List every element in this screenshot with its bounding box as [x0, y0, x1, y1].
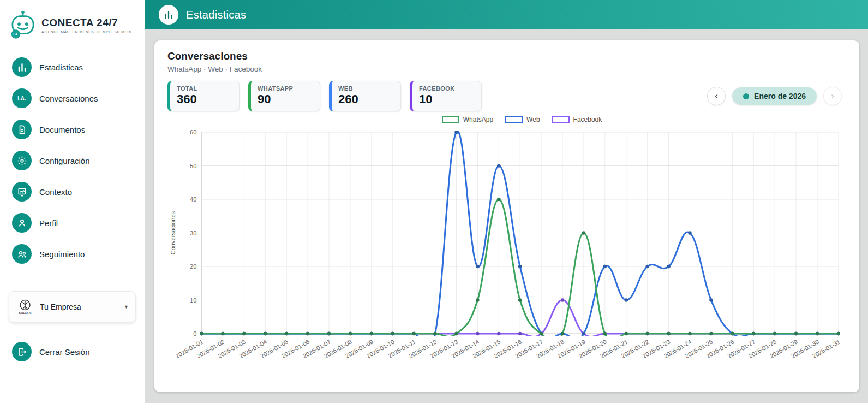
panel-title: Conversaciones	[167, 50, 846, 62]
prev-month-button[interactable]: ‹	[707, 87, 726, 105]
document-icon	[12, 120, 32, 139]
stat-value: 260	[338, 92, 393, 106]
bar-chart-icon	[12, 57, 32, 77]
content: Conversaciones WhatsApp · Web · Facebook…	[145, 29, 868, 403]
conversations-panel: Conversaciones WhatsApp · Web · Facebook…	[154, 40, 859, 392]
stat-value: 90	[258, 92, 312, 106]
svg-text:I.A.: I.A.	[13, 33, 19, 36]
stat-label: FACEBOOK	[419, 85, 474, 92]
legend-swatch	[442, 116, 459, 123]
sidebar-item-label: Documentos	[39, 125, 85, 134]
stat-label: TOTAL	[177, 85, 231, 92]
svg-text:10: 10	[190, 297, 196, 304]
stat-value: 360	[177, 92, 231, 106]
stat-card-facebook: FACEBOOK 10	[410, 81, 482, 111]
current-month-label: Enero de 2026	[754, 92, 806, 100]
svg-text:20: 20	[190, 263, 196, 270]
stat-card-whatsapp: WHATSAPP 90	[248, 81, 320, 111]
svg-text:50: 50	[190, 163, 196, 169]
kinext-ai-logo: KINEXT AI	[16, 298, 34, 316]
chart-area: WhatsAppWebFacebook 01020304050602026-01…	[167, 116, 846, 378]
main-area: Estadisticas Conversaciones WhatsApp · W…	[145, 0, 868, 403]
chevron-down-icon: ▼	[124, 304, 129, 310]
sidebar-item-contexto[interactable]: Contexto	[9, 179, 136, 204]
svg-text:Conversaciones: Conversaciones	[170, 211, 176, 254]
sidebar-item-label: Configuración	[39, 156, 90, 165]
brand-logo: I.A. CONECTA 24/7 ATIENDE MÁS, EN MENOS …	[9, 9, 136, 42]
sidebar-item-seguimiento[interactable]: Seguimiento	[9, 241, 136, 266]
company-name: Tu Empresa	[40, 303, 81, 311]
page-title: Estadisticas	[186, 9, 246, 21]
sidebar-item-label: Estadisticas	[39, 63, 83, 72]
sidebar-nav: Estadisticas I.A. Conversaciones Documen…	[9, 55, 136, 272]
sidebar-item-label: Seguimiento	[39, 250, 85, 259]
gear-icon	[12, 151, 32, 170]
sidebar-item-documentos[interactable]: Documentos	[9, 117, 136, 142]
brand-tagline: ATIENDE MÁS, EN MENOS TIEMPO. SIEMPRE.	[41, 30, 135, 34]
next-month-button[interactable]: ›	[823, 87, 842, 105]
legend-label: WhatsApp	[463, 116, 493, 123]
stat-value: 10	[419, 92, 474, 106]
sidebar-item-configuracion[interactable]: Configuración	[9, 148, 136, 173]
svg-text:40: 40	[190, 196, 196, 203]
robot-logo-icon: I.A.	[9, 9, 37, 42]
month-navigation: ‹ Enero de 2026 ›	[707, 87, 842, 105]
company-selector[interactable]: KINEXT AI Tu Empresa ▼	[9, 291, 136, 323]
legend-item-whatsapp[interactable]: WhatsApp	[442, 116, 493, 123]
stat-card-total: TOTAL 360	[167, 81, 240, 111]
logout-button[interactable]: Cerrar Sesión	[9, 339, 136, 364]
logout-label: Cerrar Sesión	[39, 347, 90, 357]
sidebar-item-label: Conversaciones	[39, 94, 98, 103]
page-header: Estadisticas	[145, 0, 868, 29]
sidebar-item-perfil[interactable]: Perfil	[9, 210, 136, 235]
logout-icon	[12, 342, 32, 361]
svg-text:KINEXT AI: KINEXT AI	[19, 312, 32, 315]
legend-item-web[interactable]: Web	[505, 116, 540, 123]
legend-item-facebook[interactable]: Facebook	[552, 116, 602, 123]
ia-icon: I.A.	[12, 88, 32, 108]
app: I.A. CONECTA 24/7 ATIENDE MÁS, EN MENOS …	[0, 0, 868, 403]
svg-text:0: 0	[193, 330, 196, 337]
svg-text:30: 30	[190, 230, 196, 236]
svg-text:60: 60	[190, 129, 196, 135]
chart-legend: WhatsAppWebFacebook	[167, 116, 846, 123]
person-icon	[12, 213, 32, 233]
month-dot	[743, 93, 749, 99]
legend-label: Facebook	[573, 116, 602, 123]
sidebar-item-estadisticas[interactable]: Estadisticas	[9, 55, 136, 80]
context-icon	[12, 182, 32, 202]
stat-card-web: WEB 260	[329, 81, 401, 111]
sidebar-item-conversaciones[interactable]: I.A. Conversaciones	[9, 86, 136, 111]
sidebar-item-label: Perfil	[39, 218, 58, 228]
panel-subtitle: WhatsApp · Web · Facebook	[167, 65, 846, 73]
stat-label: WHATSAPP	[258, 85, 312, 92]
legend-swatch	[505, 116, 523, 123]
legend-label: Web	[526, 116, 540, 123]
stats-row: TOTAL 360 WHATSAPP 90 WEB 260 FACEBOOK 1…	[167, 81, 846, 111]
legend-swatch	[552, 116, 570, 123]
brand-name: CONECTA 24/7	[41, 17, 135, 29]
bar-chart-icon	[159, 5, 178, 25]
conversations-chart: 01020304050602026-01-012026-01-022026-01…	[167, 125, 846, 378]
stat-label: WEB	[338, 85, 393, 92]
people-icon	[12, 244, 32, 264]
current-month-pill: Enero de 2026	[732, 87, 817, 105]
sidebar: I.A. CONECTA 24/7 ATIENDE MÁS, EN MENOS …	[0, 0, 145, 403]
sidebar-item-label: Contexto	[39, 187, 72, 197]
